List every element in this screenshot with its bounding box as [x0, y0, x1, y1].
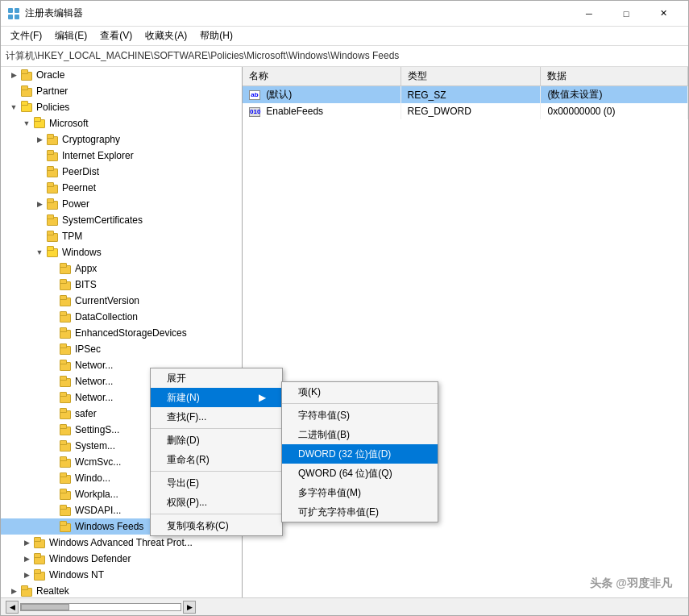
context-menu-item-export[interactable]: 导出(E) [151, 473, 282, 493]
row-data-default: (数值未设置) [541, 86, 688, 104]
context-menu-item-copy-name[interactable]: 复制项名称(C) [151, 516, 282, 535]
tree-item-partner[interactable]: Partner [1, 83, 242, 99]
submenu-item-string[interactable]: 字符串值(S) [282, 406, 438, 425]
folder-icon-ie [46, 149, 59, 162]
context-menu-item-delete[interactable]: 删除(D) [151, 431, 282, 450]
submenu-item-dword[interactable]: DWORD (32 位)值(D) [282, 444, 438, 464]
expand-microsoft[interactable]: ▼ [20, 117, 33, 130]
tree-label-windows-nt: Windows NT [48, 569, 104, 581]
submenu-item-binary[interactable]: 二进制值(B) [282, 425, 438, 444]
tree-label-appx: Appx [73, 263, 97, 274]
window-controls: ─ □ ✕ [571, 1, 682, 27]
tree-item-datacollection[interactable]: DataCollection [1, 309, 242, 325]
tree-item-microsoft[interactable]: ▼ Microsoft [1, 115, 242, 131]
tree-item-oracle[interactable]: ▶ Oracle [1, 67, 242, 83]
submenu-item-label: 可扩充字符串值(E) [298, 506, 379, 519]
menu-edit[interactable]: 编辑(E) [48, 27, 93, 45]
tree-item-currentversion[interactable]: CurrentVersion [1, 293, 242, 309]
context-menu-item-label: 权限(P)... [167, 496, 207, 510]
menu-bar: 文件(F) 编辑(E) 查看(V) 收藏夹(A) 帮助(H) [1, 27, 688, 46]
folder-icon-tpm [46, 230, 59, 243]
context-menu-item-expand[interactable]: 展开 [151, 368, 282, 388]
tree-item-cryptography[interactable]: ▶ Cryptography [1, 131, 242, 148]
table-row[interactable]: ab (默认) REG_SZ (数值未设置) [243, 86, 688, 104]
maximize-button[interactable]: □ [608, 1, 645, 27]
context-menu-item-permissions[interactable]: 权限(P)... [151, 493, 282, 512]
expand-oracle[interactable]: ▶ [7, 69, 20, 81]
tree-label-windows-advanced: Windows Advanced Threat Prot... [48, 537, 193, 548]
context-menu-item-label: 展开 [167, 372, 186, 385]
expand-windows[interactable]: ▼ [33, 246, 46, 259]
expand-policies[interactable]: ▼ [7, 101, 20, 114]
folder-icon-realtek [20, 585, 33, 597]
tree-item-bits[interactable]: BITS [1, 277, 242, 293]
expand-windows-defender[interactable]: ▶ [20, 552, 33, 565]
tree-item-tpm[interactable]: TPM [1, 228, 242, 244]
tree-item-appx[interactable]: Appx [1, 260, 242, 277]
tree-label-oracle: Oracle [35, 69, 64, 81]
context-menu-item-new[interactable]: 新建(N) ▶ [151, 388, 282, 407]
menu-file[interactable]: 文件(F) [4, 27, 48, 45]
context-menu-separator-3 [151, 514, 282, 514]
tree-item-realtek[interactable]: ▶ Realtek [1, 583, 242, 597]
address-text: 计算机\HKEY_LOCAL_MACHINE\SOFTWARE\Policies… [6, 49, 399, 63]
address-bar: 计算机\HKEY_LOCAL_MACHINE\SOFTWARE\Policies… [1, 46, 688, 67]
tree-label-tpm: TPM [60, 231, 82, 242]
expand-windows-nt[interactable]: ▶ [20, 568, 33, 581]
scroll-left-button[interactable]: ◀ [6, 601, 19, 614]
tree-label-realtek: Realtek [35, 585, 69, 597]
scroll-track[interactable] [20, 603, 181, 611]
tree-item-peerdist[interactable]: PeerDist [1, 164, 242, 180]
folder-icon-partner [20, 85, 33, 98]
folder-icon-settings [59, 423, 72, 436]
tree-item-syscerts[interactable]: SystemCertificates [1, 212, 242, 228]
tree-label-wcmsvc: WcmSvc... [73, 456, 121, 468]
folder-icon-windows [46, 246, 59, 259]
tree-item-windows-defender[interactable]: ▶ Windows Defender [1, 551, 242, 567]
expand-power[interactable]: ▶ [33, 198, 46, 210]
context-menu-separator-2 [151, 471, 282, 472]
tree-item-ie[interactable]: Internet Explorer [1, 148, 242, 164]
tree-label-syscerts: SystemCertificates [60, 214, 143, 226]
submenu-item-label: 项(K) [298, 385, 321, 399]
tree-item-enhancedstorage[interactable]: EnhancedStorageDevices [1, 325, 242, 341]
close-button[interactable]: ✕ [645, 1, 682, 27]
scroll-thumb[interactable] [21, 604, 69, 610]
tree-item-windows-nt[interactable]: ▶ Windows NT [1, 567, 242, 583]
menu-favorites[interactable]: 收藏夹(A) [139, 27, 193, 45]
expand-realtek[interactable]: ▶ [7, 585, 20, 597]
folder-icon-datacollection [59, 310, 72, 323]
tree-item-windows-advanced[interactable]: ▶ Windows Advanced Threat Prot... [1, 535, 242, 551]
folder-icon-peernet [46, 181, 59, 194]
expand-cryptography[interactable]: ▶ [33, 133, 46, 146]
tree-item-windows[interactable]: ▼ Windows [1, 244, 242, 260]
minimize-button[interactable]: ─ [571, 1, 608, 27]
submenu-item-expandstring[interactable]: 可扩充字符串值(E) [282, 502, 438, 522]
title-bar: 注册表编辑器 ─ □ ✕ [1, 1, 688, 27]
tree-item-power[interactable]: ▶ Power [1, 196, 242, 212]
row-name-enablefeeds: 010 EnableFeeds [243, 103, 401, 119]
context-menu-item-rename[interactable]: 重命名(R) [151, 450, 282, 469]
context-menu-item-find[interactable]: 查找(F)... [151, 407, 282, 427]
table-row[interactable]: 010 EnableFeeds REG_DWORD 0x00000000 (0) [243, 103, 688, 119]
tree-label-microsoft: Microsoft [48, 118, 89, 129]
submenu-item-qword[interactable]: QWORD (64 位)值(Q) [282, 464, 438, 483]
tree-item-ipsec[interactable]: IPSec [1, 341, 242, 357]
scroll-right-button[interactable]: ▶ [183, 601, 196, 614]
tree-item-policies[interactable]: ▼ Policies [1, 99, 242, 115]
submenu-item-key[interactable]: 项(K) [282, 382, 438, 402]
folder-icon-wsdapi [59, 504, 72, 517]
menu-view[interactable]: 查看(V) [93, 27, 139, 45]
folder-icon-windows-feeds [59, 520, 72, 533]
row-name-text: (默认) [266, 89, 292, 100]
folder-icon-appx [59, 262, 72, 275]
context-menu-primary: 展开 新建(N) ▶ 查找(F)... 删除(D) 重命名(R) 导出(E) 权… [150, 368, 283, 536]
submenu-item-multistring[interactable]: 多字符串值(M) [282, 483, 438, 502]
horizontal-scrollbar[interactable]: ◀ ▶ [6, 601, 196, 614]
folder-icon-windows-advanced [33, 536, 46, 549]
folder-icon-policies [20, 101, 33, 114]
tree-item-peernet[interactable]: Peernet [1, 180, 242, 196]
menu-help[interactable]: 帮助(H) [193, 27, 239, 45]
expand-windows-advanced[interactable]: ▶ [20, 536, 33, 549]
tree-label-ie: Internet Explorer [60, 150, 134, 161]
